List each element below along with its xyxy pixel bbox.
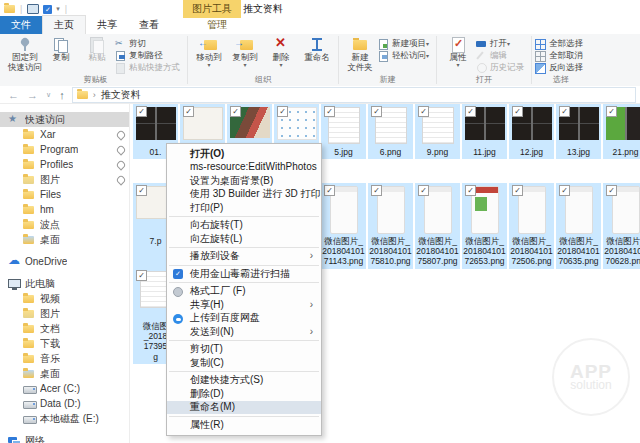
sidebar-item-music[interactable]: 音乐 bbox=[0, 351, 129, 366]
move-to-button[interactable]: 移动到▾ bbox=[191, 35, 227, 68]
file-item[interactable]: ✓5.jpg bbox=[321, 104, 366, 159]
file-item[interactable]: ✓微信图片_20180410170635.png bbox=[556, 183, 601, 269]
copy-path-button[interactable]: 复制路径 bbox=[115, 50, 184, 62]
sidebar-item-drive-e[interactable]: 本地磁盘 (E:) bbox=[0, 411, 129, 426]
tab-share[interactable]: 共享 bbox=[86, 16, 128, 34]
checkbox-icon[interactable]: ✓ bbox=[136, 106, 147, 117]
menu-item-share[interactable]: 共享(H)› bbox=[167, 298, 321, 312]
tab-view[interactable]: 查看 bbox=[128, 16, 170, 34]
copy-to-button[interactable]: 复制到▾ bbox=[227, 35, 263, 68]
sidebar-item-hm[interactable]: hm bbox=[0, 202, 129, 217]
menu-item-rotate-right[interactable]: 向右旋转(T) bbox=[167, 219, 321, 233]
properties-button[interactable]: 属性▾ bbox=[440, 35, 476, 68]
checkbox-icon[interactable]: ✓ bbox=[136, 270, 147, 281]
new-folder-button[interactable]: 新建文件夹 bbox=[342, 35, 378, 73]
checkbox-icon[interactable]: ✓ bbox=[371, 106, 382, 117]
file-item[interactable]: ✓微信图片_20180410172653.png bbox=[462, 183, 507, 269]
file-item[interactable]: ✓微信图片_20180410171143.png bbox=[321, 183, 366, 269]
checkbox-icon[interactable]: ✓ bbox=[136, 185, 147, 196]
checkbox-icon[interactable]: ✓ bbox=[465, 106, 476, 117]
pin-to-quick-access-button[interactable]: 固定到快速访问 bbox=[7, 35, 43, 73]
copy-button[interactable]: 复制 bbox=[43, 35, 79, 63]
checkbox-icon[interactable]: ✓ bbox=[230, 106, 241, 117]
checkbox-icon[interactable]: ✓ bbox=[418, 185, 429, 196]
file-item[interactable]: ✓12.jpg bbox=[509, 104, 554, 159]
sidebar-item-quick-access[interactable]: 快速访问 bbox=[0, 112, 129, 127]
sidebar-item-desktop-qa[interactable]: 桌面 bbox=[0, 232, 129, 247]
recent-locations-caret-icon[interactable]: ∨ bbox=[42, 91, 55, 99]
menu-item-edit-with-photos[interactable]: ms-resource:EditWithPhotos bbox=[167, 161, 321, 175]
qat-customize-caret-icon[interactable]: ▾ bbox=[56, 5, 60, 13]
checkbox-icon[interactable]: ✓ bbox=[559, 106, 570, 117]
computer-icon[interactable] bbox=[27, 4, 39, 14]
checkbox-icon[interactable]: ✓ bbox=[324, 106, 335, 117]
sidebar-item-this-pc[interactable]: 此电脑 bbox=[0, 276, 129, 291]
sidebar-item-pictures-pinned[interactable]: 图片 bbox=[0, 172, 129, 187]
sidebar-item-program[interactable]: Program bbox=[0, 142, 129, 157]
select-all-button[interactable]: 全部选择 bbox=[535, 38, 587, 50]
file-item[interactable]: ✓微信图片_20180410170628.png bbox=[603, 183, 640, 269]
sidebar-item-drive-c[interactable]: Acer (C:) bbox=[0, 381, 129, 396]
sidebar-item-profiles[interactable]: Profiles bbox=[0, 157, 129, 172]
breadcrumb[interactable]: › 推文资料 bbox=[72, 87, 636, 103]
sidebar-item-onedrive[interactable]: OneDrive bbox=[0, 254, 129, 269]
menu-item-set-as-desktop-background[interactable]: 设置为桌面背景(B) bbox=[167, 174, 321, 188]
menu-item-properties[interactable]: 属性(R) bbox=[167, 418, 321, 432]
checkbox-icon[interactable]: ✓ bbox=[371, 185, 382, 196]
menu-item-copy[interactable]: 复制(C) bbox=[167, 356, 321, 370]
file-item[interactable]: ✓微信图片_20180410175807.png bbox=[415, 183, 460, 269]
menu-item-rename[interactable]: 重命名(M) bbox=[167, 401, 321, 415]
up-icon[interactable]: ↑ bbox=[55, 89, 69, 101]
properties-check-icon[interactable]: ✓ bbox=[43, 5, 52, 14]
menu-item-cast-to-device[interactable]: 播放到设备› bbox=[167, 250, 321, 264]
back-icon[interactable]: ← bbox=[4, 89, 23, 101]
easy-access-button[interactable]: 轻松访问 ▾ bbox=[378, 50, 433, 62]
file-item[interactable]: ✓11.jpg bbox=[462, 104, 507, 159]
sidebar-item-desktop[interactable]: 桌面 bbox=[0, 366, 129, 381]
checkbox-icon[interactable]: ✓ bbox=[606, 106, 617, 117]
new-item-button[interactable]: 新建项目 ▾ bbox=[378, 38, 433, 50]
menu-item-kingsoft-scan[interactable]: ✓使用金山毒霸进行扫描 bbox=[167, 267, 321, 281]
open-button[interactable]: 打开 ▾ bbox=[476, 38, 528, 50]
file-item[interactable]: ✓微信图片_20180410172506.png bbox=[509, 183, 554, 269]
menu-item-create-shortcut[interactable]: 创建快捷方式(S) bbox=[167, 374, 321, 388]
sidebar-item-downloads[interactable]: 下载 bbox=[0, 336, 129, 351]
menu-item-cut[interactable]: 剪切(T) bbox=[167, 343, 321, 357]
file-item[interactable]: ✓微信图片_20180410175810.png bbox=[368, 183, 413, 269]
menu-item-send-to[interactable]: 发送到(N)› bbox=[167, 325, 321, 339]
checkbox-icon[interactable]: ✓ bbox=[465, 185, 476, 196]
menu-item-rotate-left[interactable]: 向左旋转(L) bbox=[167, 232, 321, 246]
menu-item-format-factory[interactable]: 格式工厂 (F) bbox=[167, 285, 321, 299]
sidebar-item-xar[interactable]: Xar bbox=[0, 127, 129, 142]
invert-selection-button[interactable]: 反向选择 bbox=[535, 62, 587, 74]
menu-item-print[interactable]: 打印(P) bbox=[167, 201, 321, 215]
checkbox-icon[interactable]: ✓ bbox=[512, 185, 523, 196]
menu-item-delete[interactable]: 删除(D) bbox=[167, 387, 321, 401]
sidebar-item-pictures[interactable]: 图片 bbox=[0, 306, 129, 321]
cut-button[interactable]: 剪切 bbox=[115, 38, 184, 50]
tab-file[interactable]: 文件 bbox=[0, 16, 42, 34]
sidebar-item-drive-d[interactable]: Data (D:) bbox=[0, 396, 129, 411]
checkbox-icon[interactable]: ✓ bbox=[183, 106, 194, 117]
checkbox-icon[interactable]: ✓ bbox=[324, 185, 335, 196]
tab-home[interactable]: 主页 bbox=[42, 15, 86, 34]
checkbox-icon[interactable]: ✓ bbox=[277, 106, 288, 117]
tab-manage[interactable]: 管理 bbox=[196, 16, 238, 34]
menu-item-open[interactable]: 打开(O) bbox=[167, 147, 321, 161]
file-item[interactable]: ✓13.jpg bbox=[556, 104, 601, 159]
file-item[interactable]: ✓21.png bbox=[603, 104, 640, 159]
delete-button[interactable]: 删除▾ bbox=[263, 35, 299, 68]
sidebar-item-videos[interactable]: 视频 bbox=[0, 291, 129, 306]
checkbox-icon[interactable]: ✓ bbox=[559, 185, 570, 196]
forward-icon[interactable]: → bbox=[23, 89, 42, 101]
file-item[interactable]: ✓9.png bbox=[415, 104, 460, 159]
checkbox-icon[interactable]: ✓ bbox=[512, 106, 523, 117]
sidebar-item-files[interactable]: Files bbox=[0, 187, 129, 202]
sidebar-item-bodian[interactable]: 波点 bbox=[0, 217, 129, 232]
menu-item-upload-baidu-pan[interactable]: 上传到百度网盘 bbox=[167, 312, 321, 326]
checkbox-icon[interactable]: ✓ bbox=[418, 106, 429, 117]
rename-button[interactable]: 重命名 bbox=[299, 35, 335, 63]
file-item[interactable]: ✓6.png bbox=[368, 104, 413, 159]
sidebar-item-network[interactable]: 网络 bbox=[0, 433, 129, 443]
breadcrumb-folder[interactable]: 推文资料 bbox=[101, 88, 141, 102]
